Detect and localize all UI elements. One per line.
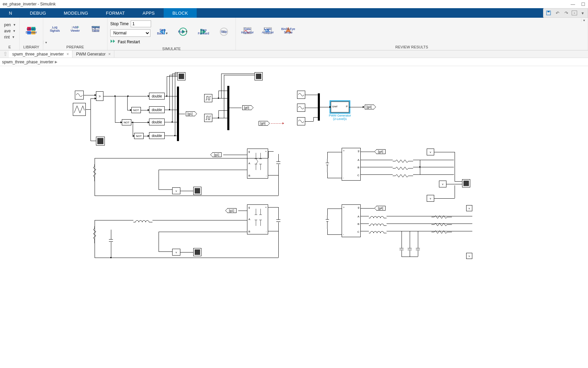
from-tag[interactable]: [g1]	[212, 152, 222, 157]
from-tag[interactable]: [g1]	[227, 208, 236, 213]
group-simulate-label: SIMULATE	[108, 46, 235, 52]
scope-block[interactable]	[96, 137, 105, 145]
scope-block[interactable]	[177, 72, 185, 80]
from-tag[interactable]: [g4]	[376, 206, 386, 211]
scope-block[interactable]	[255, 72, 263, 80]
voltage-measurement-block[interactable]: v	[172, 187, 180, 194]
tab-apps[interactable]: APPS	[134, 8, 164, 18]
bridge-block[interactable]: g + - A B	[247, 149, 268, 179]
bridge3-block[interactable]: g + - A B C	[342, 204, 361, 237]
tab-simulation[interactable]: N	[0, 8, 21, 18]
ribbon: pen▼ ave▼ rint▼ E Library Browser LIBRAR…	[0, 18, 588, 50]
tab-block[interactable]: BLOCK	[164, 8, 197, 18]
quick-access-toolbar: ↶ ↷ » ▾	[543, 8, 588, 18]
qat-dropdown-icon[interactable]: ▾	[579, 10, 586, 16]
pulse-block[interactable]	[204, 114, 212, 122]
breadcrumb: spwm_three_phase_inverter ▶	[0, 58, 588, 66]
svg-marker-10	[111, 40, 113, 43]
from-tag[interactable]: [g0]	[259, 121, 268, 126]
pwm-generator-block[interactable]: Uref P	[331, 102, 349, 112]
port-label: P	[346, 105, 348, 108]
datatype-block[interactable]: double	[149, 119, 165, 125]
nav-up-icon[interactable]: ⇧	[1, 50, 9, 58]
doctab-pwm[interactable]: PWM Generator×	[72, 50, 114, 58]
voltage-measurement-block[interactable]: v	[172, 249, 180, 256]
bridge-block[interactable]: g + - A B	[247, 204, 268, 234]
fast-restart-icon	[110, 39, 116, 45]
scope-block[interactable]	[193, 248, 201, 256]
goto-tag[interactable]: [g0]	[242, 105, 251, 110]
add-viewer-button[interactable]: + Add Viewer	[66, 19, 84, 39]
port-label: Uref	[332, 105, 337, 108]
prepare-expand[interactable]: ▾	[43, 41, 49, 44]
window-title: ee_phase_inverter - Simulink	[3, 2, 55, 6]
save-icon[interactable]	[545, 10, 552, 16]
log-signals-button[interactable]: Log Signals	[46, 19, 64, 39]
not-block[interactable]: NOT	[131, 107, 141, 113]
toolstrip-tabs: N DEBUG MODELING FORMAT APPS BLOCK ↶ ↷ »…	[0, 8, 588, 18]
sim-mode-select[interactable]: Normal	[110, 29, 150, 37]
breadcrumb-root[interactable]: spwm_three_phase_inverter	[2, 60, 53, 64]
goto-tag[interactable]: [g4]	[365, 105, 374, 109]
undo-icon[interactable]: ↶	[554, 10, 561, 16]
document-tabs: ⇧ spwm_three_phase_inverter× PWM Generat…	[0, 50, 588, 58]
voltage-measurement-block[interactable]: v	[466, 253, 472, 259]
chevron-right-icon: ▶	[55, 60, 58, 64]
group-file-label: E	[0, 44, 19, 50]
voltage-measurement-block[interactable]: v	[439, 181, 446, 187]
svg-rect-1	[548, 11, 550, 12]
pulse-block[interactable]	[204, 94, 212, 102]
open-button[interactable]: pen▼	[3, 22, 17, 28]
datatype-block[interactable]: double	[149, 93, 165, 99]
step-forward-button[interactable]: Step Forward	[195, 19, 212, 45]
datatype-block[interactable]: double	[149, 106, 165, 113]
library-browser-button[interactable]: Library Browser	[22, 19, 40, 43]
goto-tag[interactable]: [g1]	[186, 111, 195, 116]
step-back-button[interactable]: Step Back▼	[154, 19, 172, 45]
fast-restart-button[interactable]: Fast Restart	[110, 39, 151, 45]
close-tab-icon[interactable]: ×	[108, 52, 111, 57]
expand-icon[interactable]: »	[572, 11, 577, 15]
voltage-measurement-block[interactable]: v	[427, 149, 434, 155]
signal-table-button[interactable]: Signal Table	[87, 19, 104, 39]
svg-marker-11	[113, 40, 115, 43]
datatype-block[interactable]: double	[149, 132, 165, 139]
redo-icon[interactable]: ↷	[563, 10, 570, 16]
not-block[interactable]: NOT	[122, 119, 131, 125]
not-block[interactable]: NOT	[134, 133, 144, 139]
doctab-model[interactable]: spwm_three_phase_inverter×	[9, 50, 72, 58]
print-button[interactable]: rint▼	[3, 34, 17, 40]
minimize-button[interactable]: —	[571, 2, 575, 7]
tab-debug[interactable]: DEBUG	[21, 8, 55, 18]
triangle-block[interactable]	[73, 103, 86, 116]
voltage-measurement-block[interactable]: v	[427, 195, 434, 202]
model-canvas[interactable]: > NOT NOT NOT double double double doubl…	[0, 66, 588, 368]
sine-block[interactable]	[297, 117, 305, 125]
tab-modeling[interactable]: MODELING	[55, 8, 97, 18]
relational-operator-block[interactable]: >	[96, 91, 103, 101]
scope-block[interactable]	[462, 179, 470, 187]
bridge3-block[interactable]: g + - A B C	[342, 148, 361, 181]
data-inspector-button[interactable]: Data Inspector	[239, 19, 256, 43]
titlebar: ee_phase_inverter - Simulink — ☐	[0, 0, 588, 8]
run-button[interactable]: Run▼	[174, 19, 192, 45]
group-library-label: LIBRARY	[20, 44, 43, 50]
tab-format[interactable]: FORMAT	[97, 8, 134, 18]
scope-block[interactable]	[193, 187, 201, 195]
close-tab-icon[interactable]: ×	[66, 52, 69, 57]
birds-eye-button[interactable]: Bird's-Eye Scope	[279, 19, 297, 43]
voltage-measurement-block[interactable]: v	[466, 205, 472, 211]
stop-time-input[interactable]	[131, 20, 151, 27]
mux-block[interactable]	[227, 86, 229, 130]
from-tag[interactable]: [g4]	[376, 149, 386, 154]
sine-block[interactable]	[297, 104, 305, 112]
group-review-label: REVIEW RESULTS	[236, 44, 588, 50]
review-expand[interactable]: ▾	[581, 18, 587, 22]
maximize-button[interactable]: ☐	[581, 2, 585, 7]
logic-analyzer-button[interactable]: Logic Analyzer	[259, 19, 277, 43]
stop-time-label: Stop Time	[110, 21, 129, 26]
sine-block[interactable]	[75, 91, 84, 99]
stop-button[interactable]: Stop	[215, 19, 233, 45]
sine-block[interactable]	[297, 91, 305, 99]
save-button[interactable]: ave▼	[3, 28, 17, 34]
